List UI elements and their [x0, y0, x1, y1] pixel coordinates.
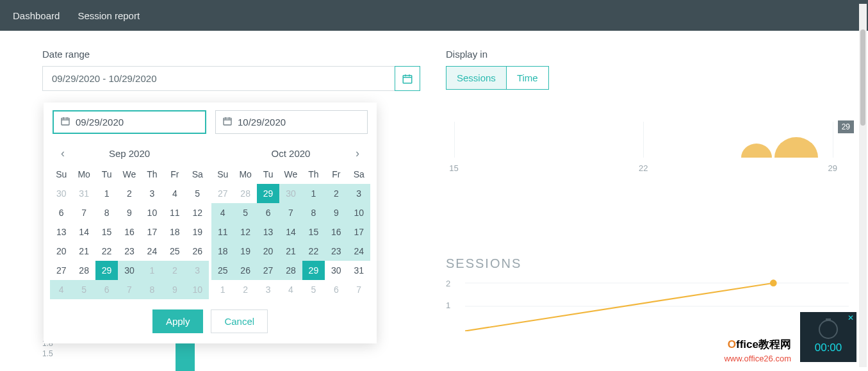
calendar-day[interactable]: 15 [302, 222, 325, 242]
calendar-day[interactable]: 2 [234, 280, 256, 299]
calendar-day[interactable]: 9 [163, 280, 186, 299]
calendar-day[interactable]: 10 [141, 203, 163, 222]
calendar-day[interactable]: 25 [211, 261, 234, 280]
calendar-day[interactable]: 27 [257, 261, 279, 280]
calendar-day[interactable]: 5 [234, 203, 256, 222]
nav-session-report[interactable]: Session report [78, 10, 140, 21]
prev-month-icon[interactable]: ‹ [55, 147, 70, 160]
to-date-input[interactable]: 10/29/2020 [215, 110, 368, 134]
calendar-button[interactable] [395, 66, 420, 91]
calendar-day[interactable]: 3 [257, 280, 279, 299]
calendar-day[interactable]: 2 [325, 184, 347, 203]
calendar-day[interactable]: 10 [186, 280, 209, 299]
calendar-day[interactable]: 7 [72, 203, 95, 222]
calendar-day[interactable]: 20 [257, 242, 279, 261]
calendar-day[interactable]: 23 [325, 242, 347, 261]
calendar-day[interactable]: 13 [50, 222, 72, 242]
calendar-day[interactable]: 19 [186, 222, 209, 242]
calendar-day[interactable]: 7 [348, 280, 370, 299]
calendar-day[interactable]: 22 [95, 242, 118, 261]
calendar-day[interactable]: 9 [325, 203, 347, 222]
calendar-day[interactable]: 30 [325, 261, 347, 280]
calendar-day[interactable]: 1 [95, 184, 118, 203]
from-date-input[interactable]: 09/29/2020 [53, 110, 206, 134]
calendar-day[interactable]: 7 [118, 280, 140, 299]
calendar-day[interactable]: 4 [163, 184, 186, 203]
calendar-day[interactable]: 19 [234, 242, 256, 261]
calendar-day[interactable]: 30 [279, 184, 302, 203]
calendar-day[interactable]: 17 [348, 222, 370, 242]
calendar-day[interactable]: 18 [163, 222, 186, 242]
next-month-icon[interactable]: › [350, 147, 365, 160]
calendar-day[interactable]: 3 [186, 261, 209, 280]
date-range-input[interactable] [42, 66, 395, 91]
calendar-day[interactable]: 29 [95, 261, 118, 280]
apply-button[interactable]: Apply [152, 309, 204, 333]
calendar-day[interactable]: 26 [234, 261, 256, 280]
calendar-day[interactable]: 28 [234, 184, 256, 203]
toggle-time[interactable]: Time [506, 66, 549, 90]
cancel-button[interactable]: Cancel [211, 309, 268, 333]
calendar-day[interactable]: 29 [302, 261, 325, 280]
calendar-day[interactable]: 12 [186, 203, 209, 222]
calendar-day[interactable]: 10 [348, 203, 370, 222]
calendar-day[interactable]: 1 [302, 184, 325, 203]
scrollbar[interactable] [859, 4, 867, 367]
calendar-day[interactable]: 28 [279, 261, 302, 280]
calendar-day[interactable]: 5 [186, 184, 209, 203]
calendar-day[interactable]: 31 [72, 184, 95, 203]
calendar-day[interactable]: 21 [72, 242, 95, 261]
calendar-day[interactable]: 2 [163, 261, 186, 280]
calendar-day[interactable]: 24 [141, 242, 163, 261]
calendar-day[interactable]: 8 [302, 203, 325, 222]
calendar-day[interactable]: 6 [50, 203, 72, 222]
calendar-day[interactable]: 3 [348, 184, 370, 203]
calendar-day[interactable]: 18 [211, 242, 234, 261]
calendar-day[interactable]: 13 [257, 222, 279, 242]
calendar-day[interactable]: 27 [50, 261, 72, 280]
calendar-day[interactable]: 9 [118, 203, 140, 222]
calendar-day[interactable]: 4 [50, 280, 72, 299]
calendar-day[interactable]: 4 [211, 203, 234, 222]
calendar-day[interactable]: 29 [257, 184, 279, 203]
calendar-day[interactable]: 5 [302, 280, 325, 299]
calendar-day[interactable]: 8 [141, 280, 163, 299]
calendar-day[interactable]: 11 [211, 222, 234, 242]
calendar-day[interactable]: 14 [279, 222, 302, 242]
calendar-day[interactable]: 6 [257, 203, 279, 222]
calendar-day[interactable]: 27 [211, 184, 234, 203]
calendar-day[interactable]: 6 [95, 280, 118, 299]
calendar-day[interactable]: 20 [50, 242, 72, 261]
calendar-day[interactable]: 2 [118, 184, 140, 203]
scrollbar-thumb[interactable] [860, 29, 865, 126]
calendar-day[interactable]: 24 [348, 242, 370, 261]
calendar-day[interactable]: 1 [211, 280, 234, 299]
calendar-day[interactable]: 28 [72, 261, 95, 280]
calendar-day[interactable]: 26 [186, 242, 209, 261]
calendar-day[interactable]: 14 [72, 222, 95, 242]
calendar-day[interactable]: 30 [50, 184, 72, 203]
calendar-day[interactable]: 17 [141, 222, 163, 242]
calendar-day[interactable]: 23 [118, 242, 140, 261]
calendar-day[interactable]: 7 [279, 203, 302, 222]
calendar-day[interactable]: 16 [325, 222, 347, 242]
toggle-sessions[interactable]: Sessions [446, 66, 507, 90]
calendar-day[interactable]: 15 [95, 222, 118, 242]
timer-widget[interactable]: ✕ 00:00 [800, 312, 856, 362]
calendar-day[interactable]: 6 [325, 280, 347, 299]
calendar-day[interactable]: 3 [141, 184, 163, 203]
close-icon[interactable]: ✕ [848, 313, 854, 322]
calendar-day[interactable]: 30 [118, 261, 140, 280]
nav-dashboard[interactable]: Dashboard [13, 10, 60, 21]
calendar-day[interactable]: 22 [302, 242, 325, 261]
calendar-day[interactable]: 21 [279, 242, 302, 261]
calendar-day[interactable]: 31 [348, 261, 370, 280]
calendar-day[interactable]: 5 [72, 280, 95, 299]
calendar-day[interactable]: 1 [141, 261, 163, 280]
calendar-day[interactable]: 12 [234, 222, 256, 242]
calendar-day[interactable]: 4 [279, 280, 302, 299]
calendar-day[interactable]: 8 [95, 203, 118, 222]
calendar-day[interactable]: 11 [163, 203, 186, 222]
calendar-day[interactable]: 25 [163, 242, 186, 261]
calendar-day[interactable]: 16 [118, 222, 140, 242]
